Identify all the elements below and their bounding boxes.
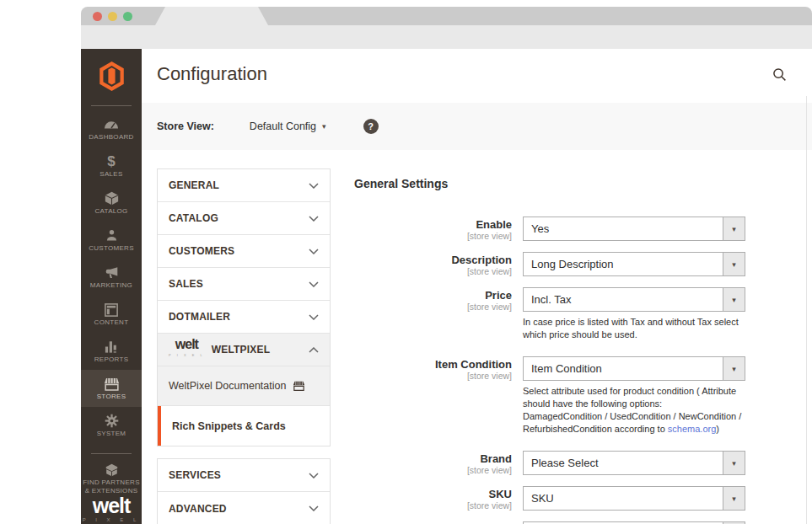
- browser-titlebar: [81, 7, 812, 25]
- nav-section-services[interactable]: SERVICES: [158, 459, 330, 492]
- schema-org-link[interactable]: schema.org: [668, 424, 716, 434]
- store-view-label: Store View:: [157, 120, 214, 132]
- field-row-sku: SKU [store view] SKU ▾: [354, 486, 776, 511]
- brand-select[interactable]: Please Select ▾: [523, 451, 745, 475]
- field-label: Price: [354, 289, 512, 302]
- caret-down-icon[interactable]: ▾: [723, 253, 745, 275]
- sidebar-item-sales[interactable]: $ SALES: [81, 147, 142, 184]
- browser-tab[interactable]: [155, 7, 268, 25]
- sidebar-item-reports[interactable]: REPORTS: [81, 333, 142, 370]
- search-icon[interactable]: [772, 67, 787, 85]
- reports-icon: [105, 340, 118, 354]
- admin-sidebar: DASHBOARD $ SALES CATALOG CUSTOMERS: [81, 49, 142, 524]
- window-close-button[interactable]: [93, 12, 102, 21]
- chevron-down-icon: [309, 216, 319, 222]
- caret-down-icon[interactable]: ▾: [723, 487, 745, 510]
- field-row-item-condition: Item Condition [store view] Item Conditi…: [354, 356, 776, 441]
- nav-section-customers[interactable]: CUSTOMERS: [158, 235, 330, 268]
- dashboard-icon: [104, 117, 119, 131]
- nav-section-dotmailer[interactable]: DOTMAILER: [158, 301, 330, 334]
- nav-section-general[interactable]: GENERAL: [158, 169, 330, 202]
- general-settings-form: General Settings Enable [store view] Yes…: [354, 177, 776, 524]
- field-note: Select attribute used for product condit…: [523, 385, 744, 436]
- field-row-enable: Enable [store view] Yes ▾: [354, 217, 776, 242]
- field-label: Description: [354, 254, 512, 266]
- partners-icon: [105, 463, 119, 477]
- sidebar-item-system[interactable]: SYSTEM: [81, 407, 142, 444]
- field-scope: [store view]: [354, 500, 512, 511]
- system-icon: [105, 414, 119, 428]
- caret-down-icon: ▾: [322, 122, 326, 131]
- field-label: Item Condition: [354, 358, 512, 371]
- weltpixel-mini-logo: welt P I X E L: [169, 340, 205, 360]
- sidebar-item-content[interactable]: CONTENT: [81, 296, 142, 333]
- browser-window: DASHBOARD $ SALES CATALOG CUSTOMERS: [81, 7, 812, 524]
- stores-icon: [104, 377, 120, 391]
- magento-logo-icon[interactable]: [81, 56, 142, 96]
- field-label: Enable: [354, 218, 512, 231]
- catalog-icon: [105, 191, 119, 206]
- chevron-down-icon: [309, 183, 319, 189]
- chevron-down-icon: [309, 505, 319, 511]
- marketing-icon: [105, 265, 119, 280]
- field-row-description: Description [store view] Long Descriptio…: [354, 252, 776, 277]
- field-label: SKU: [354, 488, 512, 500]
- description-select[interactable]: Long Description ▾: [523, 252, 745, 276]
- nav-section-advanced[interactable]: ADVANCED: [158, 492, 330, 524]
- main-area: Configuration Store View: Default Config…: [142, 49, 812, 524]
- field-row-brand: Brand [store view] Please Select ▾: [354, 451, 776, 476]
- caret-down-icon[interactable]: ▾: [723, 217, 745, 240]
- field-label: Brand: [354, 452, 512, 465]
- browser-addressbar[interactable]: [81, 25, 812, 49]
- enable-select[interactable]: Yes ▾: [523, 217, 745, 241]
- price-select[interactable]: Incl. Tax ▾: [523, 287, 745, 312]
- chevron-down-icon: [309, 281, 319, 287]
- nav-item-weltpixel-documentation[interactable]: WeltPixel Documentation: [158, 366, 330, 406]
- nav-item-rich-snippets-cards[interactable]: Rich Snippets & Cards: [158, 406, 330, 446]
- weltpixel-logo: welt P I X E L: [81, 495, 142, 522]
- nav-section-weltpixel[interactable]: welt P I X E L WELTPIXEL: [158, 334, 330, 366]
- page-title: Configuration: [157, 63, 267, 85]
- config-section-nav: GENERAL CATALOG CUSTOMERS SALES: [157, 168, 331, 524]
- nav-section-catalog[interactable]: CATALOG: [158, 202, 330, 235]
- sidebar-divider: [91, 105, 132, 106]
- field-scope: [store view]: [354, 371, 512, 382]
- chevron-down-icon: [309, 473, 319, 479]
- caret-down-icon[interactable]: ▾: [723, 288, 745, 311]
- sidebar-item-catalog[interactable]: CATALOG: [81, 184, 142, 222]
- item-condition-select[interactable]: Item Condition ▾: [523, 356, 745, 381]
- field-scope: [store view]: [354, 302, 512, 313]
- store-view-value: Default Config: [250, 120, 316, 132]
- field-note: In case price is listed with Tax and wit…: [523, 316, 744, 341]
- sidebar-item-dashboard[interactable]: DASHBOARD: [81, 110, 142, 147]
- form-section-title: General Settings: [354, 177, 776, 190]
- chevron-up-icon: [309, 347, 319, 353]
- caret-down-icon[interactable]: ▾: [723, 357, 745, 380]
- caret-down-icon[interactable]: ▾: [723, 452, 745, 474]
- field-scope: [store view]: [354, 465, 512, 476]
- window-zoom-button[interactable]: [123, 12, 132, 21]
- field-scope: [store view]: [354, 266, 512, 277]
- sales-icon: $: [107, 154, 115, 168]
- field-scope: [store view]: [354, 231, 512, 242]
- customers-icon: [105, 228, 118, 243]
- sidebar-item-marketing[interactable]: MARKETING: [81, 259, 142, 296]
- sku-select[interactable]: SKU ▾: [523, 486, 745, 511]
- field-row-price: Price [store view] Incl. Tax ▾ In case p…: [354, 287, 776, 346]
- store-icon: [293, 381, 305, 391]
- chevron-down-icon: [309, 314, 319, 320]
- sidebar-divider: [91, 453, 132, 454]
- content-icon: [105, 302, 118, 317]
- help-icon[interactable]: ?: [363, 119, 379, 134]
- store-view-bar: Store View: Default Config ▾ ?: [142, 103, 812, 150]
- sidebar-item-customers[interactable]: CUSTOMERS: [81, 222, 142, 259]
- content-edge-divider: [806, 96, 807, 524]
- sidebar-item-stores[interactable]: STORES: [81, 370, 142, 407]
- nav-section-sales[interactable]: SALES: [158, 268, 330, 301]
- window-minimize-button[interactable]: [108, 12, 117, 21]
- chevron-down-icon: [309, 249, 319, 254]
- store-view-switcher[interactable]: Default Config ▾: [250, 120, 326, 132]
